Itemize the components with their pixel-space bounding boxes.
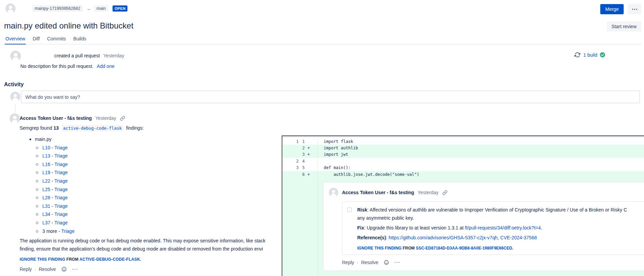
finding-separator: - bbox=[50, 162, 54, 167]
tab-builds[interactable]: Builds bbox=[73, 35, 87, 44]
avatar[interactable] bbox=[10, 92, 20, 102]
finding-triage-link[interactable]: Triage bbox=[55, 153, 68, 159]
finding-separator: - bbox=[50, 211, 54, 217]
old-line-number: 2 bbox=[282, 159, 299, 164]
new-line-number[interactable]: 1 bbox=[299, 139, 305, 144]
finding-triage-link[interactable]: Triage bbox=[61, 228, 75, 234]
ignore-finding-row: IGNORE THIS FINDING FROM ACTIVE-DEBUG-CO… bbox=[20, 257, 298, 262]
build-status: 1 build bbox=[575, 52, 605, 58]
description-line-1: The application is running debug code or… bbox=[20, 237, 298, 245]
finding-line-link[interactable]: L31 bbox=[42, 203, 50, 209]
finding-item: L19 - Triage bbox=[20, 168, 298, 177]
old-line-number: 3 bbox=[282, 165, 299, 170]
ignore-finding-link[interactable]: IGNORE THIS FINDING bbox=[357, 246, 402, 251]
finding-line-link[interactable]: L19 bbox=[42, 170, 50, 175]
permalink-icon[interactable] bbox=[120, 116, 125, 121]
add-description-link[interactable]: Add one bbox=[97, 63, 115, 69]
finding-triage-link[interactable]: Triage bbox=[55, 211, 68, 217]
build-count-link[interactable]: 1 build bbox=[583, 52, 597, 58]
avatar[interactable] bbox=[10, 51, 21, 61]
page-title: main.py edited online with Bitbucket bbox=[4, 21, 134, 31]
finding-item: 3 more - Triage bbox=[20, 227, 298, 236]
new-line-number[interactable]: 2 bbox=[299, 146, 305, 150]
advisory-link[interactable]: https://github.com/advisories/GHSA-5357-… bbox=[389, 235, 498, 240]
target-branch-chip: main bbox=[94, 5, 108, 12]
start-review-button[interactable]: Start review bbox=[607, 21, 641, 32]
new-line-number[interactable]: 4 bbox=[299, 159, 305, 164]
ignore-finding-link[interactable]: IGNORE THIS FINDING bbox=[20, 257, 65, 262]
finding-line-link[interactable]: L10 bbox=[42, 145, 50, 150]
finding-triage-link[interactable]: Triage bbox=[55, 145, 68, 150]
comment-more-button[interactable]: ··· bbox=[72, 267, 78, 272]
rule-link[interactable]: ACTIVE-DEBUG-CODE-FLASK bbox=[80, 257, 140, 262]
finding-line-link[interactable]: L34 bbox=[42, 211, 50, 217]
add-reaction-icon[interactable] bbox=[61, 266, 67, 272]
activity-heading: Activity bbox=[4, 81, 24, 88]
resolve-button[interactable]: Resolve bbox=[361, 260, 378, 265]
finding-line-link[interactable]: L28 bbox=[42, 195, 50, 200]
rule-code-chip[interactable]: active-debug-code-flask bbox=[61, 125, 123, 131]
tab-overview[interactable]: Overview bbox=[5, 35, 26, 44]
new-line-number[interactable]: 5 bbox=[299, 165, 305, 170]
new-line-number[interactable]: 3 bbox=[299, 152, 305, 157]
merge-button[interactable]: Merge bbox=[600, 4, 624, 14]
diff-row-added: 2+import authlib bbox=[282, 145, 644, 151]
finding-line-link[interactable]: L37 bbox=[42, 220, 50, 225]
finding-triage-link[interactable]: Triage bbox=[55, 187, 68, 192]
avatar[interactable] bbox=[9, 113, 20, 124]
finding-triage-link[interactable]: Triage bbox=[55, 220, 68, 225]
comment-timestamp: Yesterday bbox=[95, 115, 116, 121]
finding-item: L28 - Triage bbox=[20, 194, 298, 202]
no-description-text: No description for this pull request. bbox=[20, 63, 94, 69]
finding-line-link[interactable]: L13 bbox=[42, 153, 50, 159]
findings-count: 13 bbox=[54, 125, 59, 131]
finding-item: L22 - Triage bbox=[20, 177, 298, 185]
finding-triage-link[interactable]: Triage bbox=[55, 178, 68, 184]
source-branch-chip: mainpy-1719939562682 bbox=[32, 5, 83, 12]
findings-suffix: findings: bbox=[126, 125, 144, 131]
comment-actions: Reply · Resolve ··· bbox=[342, 260, 644, 265]
from-label: FROM bbox=[403, 246, 415, 251]
semgrep-text: Semgrep found bbox=[20, 125, 52, 131]
finding-triage-link[interactable]: Triage bbox=[55, 203, 68, 209]
tab-diff[interactable]: Diff bbox=[32, 35, 40, 44]
finding-checkbox[interactable] bbox=[347, 207, 352, 212]
period: . bbox=[512, 246, 513, 251]
more-findings-text: 3 more bbox=[42, 228, 57, 234]
comment-more-button[interactable]: ··· bbox=[395, 260, 401, 265]
avatar[interactable] bbox=[329, 188, 338, 197]
fix-link[interactable]: ft/pull-requests/34/diff:oetry.lock?t=4 bbox=[465, 225, 541, 231]
ssc-rule-link[interactable]: SSC-ED87184D-D3AA-9DB8-8A0E-1980F9E66CED bbox=[416, 246, 512, 251]
arrow-right-icon: → bbox=[86, 6, 91, 11]
finding-triage-link[interactable]: Triage bbox=[55, 170, 68, 175]
comment-input[interactable] bbox=[21, 91, 640, 103]
permalink-icon[interactable] bbox=[442, 190, 447, 195]
finding-details-box: Risk: Affected versions of authlib are v… bbox=[342, 201, 644, 255]
tab-commits[interactable]: Commits bbox=[46, 35, 66, 44]
cve-link[interactable]: CVE-2024-37568 bbox=[500, 235, 537, 240]
add-reaction-icon[interactable] bbox=[384, 260, 389, 265]
diff-row: 35def main(): bbox=[282, 165, 644, 171]
comment: Access Token User - f&s testing Yesterda… bbox=[20, 115, 298, 272]
more-options-button[interactable]: ••• bbox=[628, 4, 641, 14]
new-line-number[interactable]: 6 bbox=[299, 172, 305, 177]
resolve-button[interactable]: Resolve bbox=[39, 266, 56, 272]
finding-line-link[interactable]: L25 bbox=[42, 187, 50, 192]
finding-separator: - bbox=[50, 153, 54, 159]
builds-refresh-icon bbox=[575, 52, 580, 58]
check-circle-icon bbox=[600, 52, 605, 58]
diff-row: 11import flask bbox=[282, 138, 644, 145]
finding-triage-link[interactable]: Triage bbox=[55, 162, 68, 167]
created-pull-request-text: created a pull requestYesterday bbox=[54, 53, 124, 58]
comment-author: Access Token User - f&s testing bbox=[342, 190, 414, 195]
reply-button[interactable]: Reply bbox=[342, 260, 354, 265]
from-label: FROM bbox=[66, 257, 78, 262]
branch-row: mainpy-1719939562682 → main OPEN bbox=[32, 5, 127, 12]
finding-line-link[interactable]: L16 bbox=[42, 162, 50, 167]
finding-triage-link[interactable]: Triage bbox=[55, 195, 68, 200]
reply-button[interactable]: Reply bbox=[20, 266, 32, 272]
finding-line-link[interactable]: L22 bbox=[42, 178, 50, 184]
finding-separator: - bbox=[50, 187, 54, 192]
avatar[interactable] bbox=[5, 3, 16, 14]
dot-separator: · bbox=[357, 260, 359, 265]
